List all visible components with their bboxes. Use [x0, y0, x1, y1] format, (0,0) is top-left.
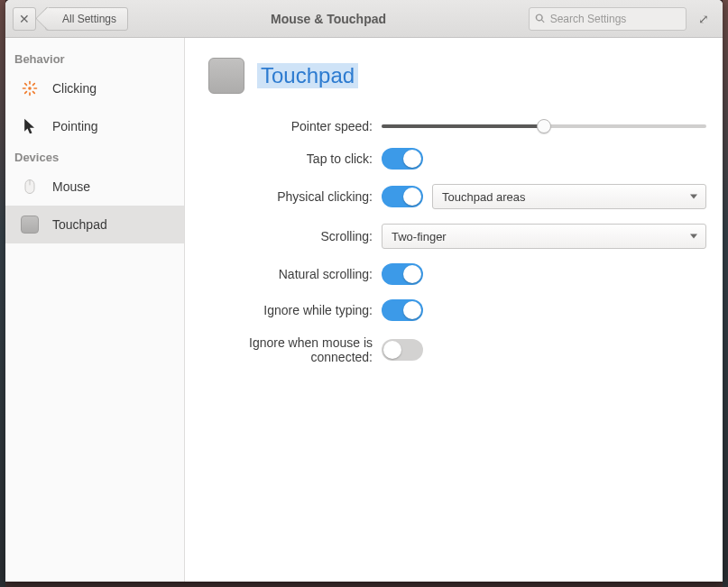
panel-title: Touchpad	[257, 63, 358, 88]
scrolling-combobox[interactable]: Two-finger	[382, 224, 706, 249]
touchpad-icon	[20, 215, 40, 234]
svg-rect-2	[29, 92, 31, 96]
ignore-typing-toggle[interactable]	[382, 299, 423, 321]
sidebar-item-label: Touchpad	[52, 217, 107, 232]
pointer-speed-slider[interactable]	[382, 119, 706, 133]
sidebar-item-label: Pointing	[52, 119, 98, 133]
sidebar-item-pointing[interactable]: Pointing	[5, 107, 184, 145]
touchpad-large-icon	[208, 58, 244, 94]
toggle-knob	[383, 341, 401, 359]
toggle-knob	[403, 150, 421, 168]
pointer-speed-label: Pointer speed:	[201, 119, 373, 133]
combobox-value: Two-finger	[392, 230, 447, 243]
window-body: Behavior Clicking Pointing Devices Mouse	[5, 38, 723, 582]
slider-fill	[382, 124, 544, 128]
svg-rect-6	[32, 90, 35, 94]
desktop-background-right	[723, 0, 728, 587]
sidebar-item-mouse[interactable]: Mouse	[5, 168, 184, 206]
search-input[interactable]	[550, 13, 680, 25]
sidebar-item-label: Mouse	[52, 179, 90, 194]
combobox-value: Touchpad areas	[442, 190, 526, 204]
close-button[interactable]: ✕	[13, 7, 36, 31]
titlebar: ✕ All Settings Mouse & Touchpad ⤢	[5, 0, 723, 38]
main-panel: Touchpad Pointer speed: Tap to click: Ph…	[185, 38, 723, 582]
natural-scrolling-label: Natural scrolling:	[201, 267, 373, 281]
physical-clicking-combobox[interactable]: Touchpad areas	[432, 184, 706, 209]
mouse-icon	[20, 177, 40, 197]
physical-clicking-label: Physical clicking:	[201, 189, 373, 204]
window-title: Mouse & Touchpad	[134, 12, 523, 26]
close-icon: ✕	[19, 12, 30, 26]
toggle-knob	[403, 188, 421, 206]
svg-rect-7	[32, 82, 35, 86]
sidebar-item-touchpad[interactable]: Touchpad	[5, 206, 184, 243]
toggle-knob	[403, 265, 421, 283]
all-settings-back-button[interactable]: All Settings	[45, 7, 128, 31]
pointing-icon	[20, 116, 40, 136]
svg-point-0	[28, 87, 32, 90]
ignore-mouse-label: Ignore when mouse is connected:	[201, 335, 373, 364]
svg-rect-8	[24, 90, 28, 94]
sidebar-item-label: Clicking	[52, 81, 97, 96]
settings-window: ✕ All Settings Mouse & Touchpad ⤢ Behavi…	[5, 0, 723, 582]
natural-scrolling-toggle[interactable]	[382, 263, 423, 285]
ignore-typing-label: Ignore while typing:	[201, 303, 373, 317]
svg-rect-3	[23, 87, 26, 89]
toggle-knob	[403, 301, 421, 319]
back-button-label: All Settings	[62, 13, 116, 25]
tap-to-click-toggle[interactable]	[382, 148, 423, 170]
ignore-mouse-toggle[interactable]	[382, 339, 423, 361]
search-icon	[535, 13, 546, 24]
search-field[interactable]	[529, 7, 687, 31]
maximize-button[interactable]: ⤢	[692, 12, 715, 26]
maximize-icon: ⤢	[698, 12, 709, 26]
sidebar-header-behavior: Behavior	[5, 47, 184, 69]
svg-rect-4	[33, 87, 37, 89]
svg-rect-1	[29, 81, 31, 85]
tap-to-click-label: Tap to click:	[201, 151, 373, 166]
sidebar: Behavior Clicking Pointing Devices Mouse	[5, 38, 185, 582]
clicking-icon	[20, 78, 40, 98]
sidebar-item-clicking[interactable]: Clicking	[5, 69, 184, 107]
physical-clicking-toggle[interactable]	[382, 186, 423, 207]
panel-header: Touchpad	[208, 58, 706, 94]
svg-rect-5	[24, 82, 28, 86]
settings-grid: Pointer speed: Tap to click: Physical cl…	[201, 119, 706, 364]
sidebar-header-devices: Devices	[5, 145, 184, 168]
scrolling-label: Scrolling:	[201, 229, 373, 243]
slider-thumb[interactable]	[537, 119, 551, 133]
